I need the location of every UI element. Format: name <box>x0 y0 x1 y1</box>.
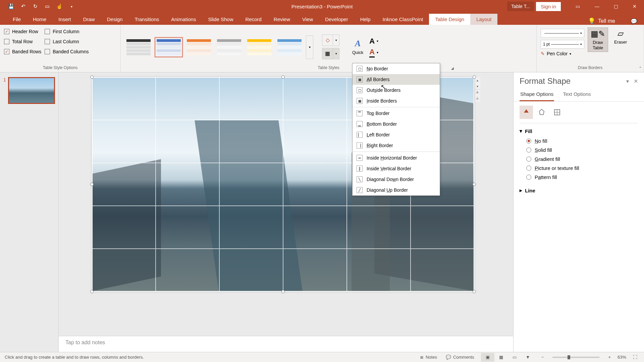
selection-handle[interactable] <box>473 183 476 186</box>
dd-left-border[interactable]: ▏Left Border <box>353 129 440 140</box>
tab-layout[interactable]: Layout <box>470 14 497 25</box>
chevron-down-icon[interactable]: ▾ <box>333 48 339 59</box>
table-style-thumb[interactable] <box>155 38 182 57</box>
dd-bottom-border[interactable]: ▁Bottom Border <box>353 119 440 129</box>
zoom-level[interactable]: 63% <box>618 355 626 360</box>
text-outline-icon[interactable]: A <box>369 48 375 58</box>
cb-header-row[interactable]: ✓Header Row <box>4 29 41 34</box>
slide-thumbnails-panel[interactable]: 1 <box>0 72 59 352</box>
cb-first-column[interactable]: First Column <box>45 29 89 34</box>
cb-banded-columns[interactable]: Banded Columns <box>45 49 89 54</box>
tab-developer[interactable]: Developer <box>319 14 354 25</box>
slide-thumbnail[interactable] <box>8 77 55 104</box>
tab-view[interactable]: View <box>296 14 319 25</box>
text-fill-icon[interactable]: A <box>369 37 375 46</box>
pane-options-icon[interactable]: ▾ <box>626 78 629 84</box>
pen-color-button[interactable]: ✎ Pen Color ▾ <box>541 51 584 56</box>
tab-text-options[interactable]: Text Options <box>562 88 591 101</box>
fit-window-icon[interactable]: ⛶ <box>631 353 639 361</box>
collapse-ribbon-icon[interactable]: ⌃ <box>639 66 642 71</box>
pen-style-combo[interactable]: ▾ <box>541 29 584 38</box>
quick-styles-button[interactable]: A Quick <box>350 37 366 56</box>
cb-banded-rows[interactable]: ✓Banded Rows <box>4 49 41 54</box>
table-style-thumb[interactable] <box>125 38 152 57</box>
cb-last-column[interactable]: Last Column <box>45 39 89 44</box>
selection-handle[interactable] <box>281 290 285 293</box>
dd-outside-borders[interactable]: ▢Outside Borders <box>353 85 440 96</box>
tab-slideshow[interactable]: Slide Show <box>202 14 239 25</box>
dd-no-border[interactable]: ▢No Border <box>353 63 440 74</box>
maximize-icon[interactable]: ▢ <box>606 0 625 13</box>
reading-view-icon[interactable]: ▭ <box>508 353 521 362</box>
dd-diagonal-down[interactable]: ╲Diagonal Down Border <box>353 174 440 185</box>
tab-record[interactable]: Record <box>239 14 267 25</box>
radio-picture-fill[interactable]: Picture or texture fill <box>526 165 638 171</box>
styles-more-button[interactable]: ▾ <box>306 36 313 59</box>
tab-shape-options[interactable]: Shape Options <box>520 88 554 101</box>
pane-close-icon[interactable]: ✕ <box>634 78 638 84</box>
table-style-thumb[interactable] <box>276 38 303 57</box>
table-style-thumb[interactable] <box>246 38 273 57</box>
table-style-thumb[interactable] <box>215 38 243 57</box>
cb-total-row[interactable]: Total Row <box>4 39 41 44</box>
minimize-icon[interactable]: — <box>588 0 606 13</box>
line-section-toggle[interactable]: ▸Line <box>520 185 638 195</box>
tellme-icon[interactable]: 💡 <box>588 17 595 25</box>
notes-toggle[interactable]: ≣Notes <box>418 353 439 361</box>
vertical-scrollbar[interactable]: ▴ ▾ ≜ ≟ <box>474 77 480 102</box>
scroll-down-icon[interactable]: ▾ <box>475 83 480 89</box>
dd-diagonal-up[interactable]: ╱Diagonal Up Border <box>353 185 440 195</box>
effects-icon[interactable] <box>535 106 548 119</box>
dd-top-border[interactable]: ▔Top Border <box>353 108 440 119</box>
selection-handle[interactable] <box>90 75 94 79</box>
redo-icon[interactable]: ↻ <box>32 3 38 9</box>
dialog-launcher-icon[interactable]: ◢ <box>451 66 454 70</box>
table-style-thumb[interactable] <box>185 38 213 57</box>
sorter-view-icon[interactable]: ▦ <box>494 353 508 362</box>
normal-view-icon[interactable]: ▣ <box>481 353 494 362</box>
borders-button[interactable]: ▦▾ <box>322 48 339 59</box>
tab-animations[interactable]: Animations <box>165 14 202 25</box>
fill-section-toggle[interactable]: ▾Fill <box>520 126 638 136</box>
comments-toggle[interactable]: 💬Comments <box>444 353 476 361</box>
signin-button[interactable]: Sign in <box>536 2 561 11</box>
share-icon[interactable]: 💬 <box>631 18 637 24</box>
close-icon[interactable]: ✕ <box>625 0 644 13</box>
tab-draw[interactable]: Draw <box>77 14 101 25</box>
touch-icon[interactable]: ☝ <box>56 3 62 9</box>
tab-transitions[interactable]: Transitions <box>128 14 165 25</box>
tab-insert[interactable]: Insert <box>52 14 77 25</box>
tab-design[interactable]: Design <box>101 14 129 25</box>
dd-inside-vertical[interactable]: ║Inside Vertical Border <box>353 163 440 174</box>
radio-no-fill[interactable]: No fill <box>526 138 638 144</box>
zoom-in-button[interactable]: + <box>606 353 613 361</box>
draw-table-button[interactable]: ▦✎ Draw Table <box>588 27 608 52</box>
save-icon[interactable]: 💾 <box>8 3 14 9</box>
notes-input[interactable]: Tap to add notes <box>59 336 513 352</box>
radio-solid-fill[interactable]: Solid fill <box>526 147 638 153</box>
eraser-button[interactable]: ▱ Eraser <box>611 27 630 46</box>
tab-review[interactable]: Review <box>268 14 296 25</box>
undo-icon[interactable]: ↶ <box>20 3 26 9</box>
selection-handle[interactable] <box>281 75 285 79</box>
selection-handle[interactable] <box>90 290 94 293</box>
chevron-down-icon[interactable]: ▾ <box>377 39 378 43</box>
chevron-down-icon[interactable]: ▾ <box>333 35 339 46</box>
pen-weight-combo[interactable]: 1 pt▾ <box>541 40 584 49</box>
qat-more-icon[interactable]: ▾ <box>68 3 74 9</box>
dd-inside-borders[interactable]: ▦Inside Borders <box>353 96 440 106</box>
tab-table-design[interactable]: Table Design <box>429 14 470 25</box>
dd-all-borders[interactable]: ▦All Borders <box>353 74 440 85</box>
next-slide-icon[interactable]: ≟ <box>475 96 480 102</box>
selection-handle[interactable] <box>90 183 94 186</box>
ribbon-display-icon[interactable]: ▭ <box>568 0 587 13</box>
context-tab-label[interactable]: Table T... <box>507 2 534 11</box>
dd-right-border[interactable]: ▕Right Border <box>353 140 440 151</box>
radio-pattern-fill[interactable]: Pattern fill <box>526 174 638 180</box>
slideshow-view-icon[interactable]: ▼ <box>521 353 535 362</box>
prev-slide-icon[interactable]: ≜ <box>475 89 480 96</box>
selection-handle[interactable] <box>473 290 476 293</box>
selection-handle[interactable] <box>473 75 476 79</box>
size-props-icon[interactable] <box>550 106 564 119</box>
zoom-out-button[interactable]: − <box>539 353 546 361</box>
